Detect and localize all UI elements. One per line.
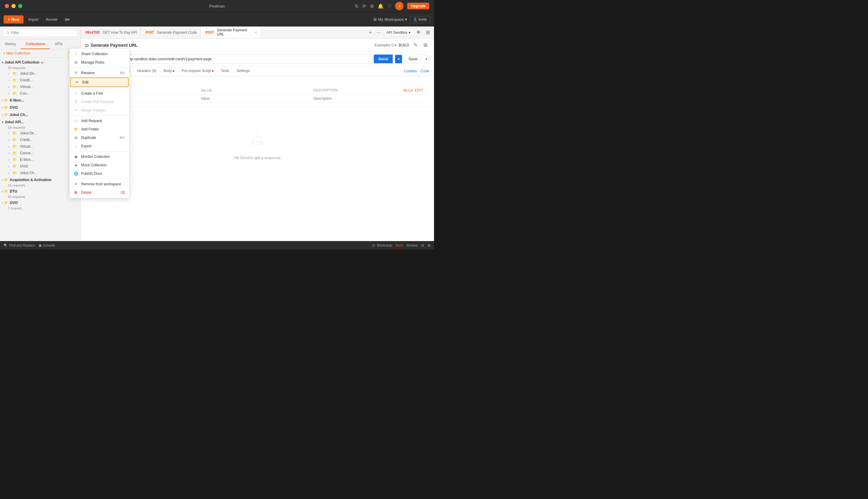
console-button[interactable]: ▣ Console (39, 243, 55, 247)
workspace-selector[interactable]: ⊞ My Workspace ▾ (374, 17, 407, 22)
heart-icon[interactable]: ♡ (387, 3, 391, 9)
menu-item-manage-roles[interactable]: ⚙ Manage Roles (70, 58, 129, 66)
collection-jokul-api[interactable]: ▾ Jokul API Collection ★ (0, 59, 81, 66)
sidebar-item-credit-2[interactable]: › 📁 Credit... (0, 136, 81, 143)
examples-button[interactable]: Examples 0 ▾ (375, 43, 396, 47)
notifications-icon[interactable]: 🔔 (378, 3, 384, 9)
invite-button[interactable]: 👤 Invite (409, 16, 430, 23)
sidebar-item-emon-2[interactable]: › 📁 E-Mon... (0, 156, 81, 163)
save-dropdown-button[interactable]: ▾ (424, 55, 429, 63)
sidebar-item-credit[interactable]: › 📁 Credit... (0, 77, 81, 84)
more-params-icon[interactable]: ··· (424, 88, 427, 92)
menu-item-rename[interactable]: ✎ Rename ⌘E (70, 69, 129, 77)
description-cell[interactable] (311, 95, 429, 103)
menu-item-edit[interactable]: ✏ Edit (70, 77, 129, 87)
menu-item-merge[interactable]: ⇔ Merge changes (70, 106, 129, 114)
value-cell[interactable] (198, 95, 311, 103)
menu-item-publish-docs[interactable]: 🌐 Publish Docs (70, 169, 129, 178)
tab-headers[interactable]: Headers (9) (134, 66, 160, 76)
folder-icon: 📁 (12, 78, 17, 82)
menu-item-share[interactable]: ↑ Share Collection (70, 50, 129, 58)
satellite-icon[interactable]: ⟳ (362, 3, 366, 9)
tab-generate-payment-code[interactable]: POST Generate Payment Code (141, 26, 201, 38)
env-more-button[interactable]: ⊞ (424, 29, 431, 36)
collection-acquisition[interactable]: › 📁 Acquisition & Activation (0, 176, 81, 183)
tab-tests[interactable]: Tests (217, 66, 233, 76)
minimize-window-btn[interactable] (11, 4, 16, 8)
send-button[interactable]: Send (374, 54, 393, 63)
menu-item-add-folder[interactable]: 📁 Add Folder (70, 125, 129, 133)
menu-item-add-request[interactable]: □ Add Request (70, 117, 129, 125)
folder-icon: 📁 (4, 178, 9, 182)
layout-toggle-1[interactable]: ⊟ (421, 243, 424, 247)
sidebar-item-jokul-ch-2[interactable]: › 📁 Jokul Ch... (0, 170, 81, 176)
search-input[interactable] (3, 29, 77, 37)
build-button[interactable]: BUILD (399, 43, 409, 47)
import-button[interactable]: Import (26, 16, 41, 23)
tab-generate-payment-url[interactable]: POST Generate Payment URL ✕ (201, 26, 261, 38)
menu-item-delete[interactable]: 🗑 Delete ⌫ (70, 188, 129, 197)
save-button[interactable]: Save (404, 54, 421, 64)
collection-emon[interactable]: › 📁 E-Mon... (0, 97, 81, 104)
new-collection-button[interactable]: + New Collection (3, 51, 30, 56)
params-table: KEY VALUE DESCRIPTION ··· Bulk Edit (86, 86, 429, 103)
chevron-right-icon: › (9, 92, 9, 95)
close-window-btn[interactable] (5, 4, 9, 8)
sidebar-item-conve[interactable]: › 📁 Conve... (0, 150, 81, 156)
runner-button[interactable]: Runner (44, 16, 60, 23)
menu-item-mock[interactable]: ◈ Mock Collection (70, 161, 129, 169)
sidebar-item-jokul-dir-2[interactable]: › 📁 Jokul Dir... (0, 130, 81, 136)
menu-item-remove[interactable]: ✕ Remove from workspace (70, 180, 129, 188)
menu-item-duplicate[interactable]: ⧉ Duplicate ⌘D (70, 133, 129, 142)
sidebar-item-con[interactable]: › 📁 Con... (0, 90, 81, 97)
sidebar-tab-history[interactable]: History (0, 39, 21, 49)
settings-icon[interactable]: ⚙ (370, 3, 374, 9)
url-input[interactable] (112, 54, 371, 64)
sidebar-item-jokul-dir[interactable]: › 📁 Jokul Dir... (0, 70, 81, 77)
sidebar-tab-apis[interactable]: APIs (50, 39, 67, 49)
new-button[interactable]: + New (4, 15, 24, 24)
tab-body[interactable]: Body (160, 66, 178, 76)
tab-pre-request[interactable]: Pre-request Script (178, 66, 217, 76)
collection-ovo[interactable]: › 📁 OVO (0, 104, 81, 111)
layout-button[interactable]: ⊞▾ (62, 16, 72, 23)
workspace-grid-icon: ⊞ (374, 17, 377, 22)
layout-toggle-2[interactable]: ⊞ (428, 243, 430, 247)
collection-ovo-2[interactable]: › 📁 OVO (0, 199, 81, 206)
upgrade-button[interactable]: Upgrade (407, 3, 429, 9)
send-dropdown-button[interactable]: ▾ (395, 55, 402, 63)
tab-how-to-pay[interactable]: DELETED GET How To Pay API (81, 26, 141, 38)
bulk-edit-button[interactable]: Bulk Edit (404, 88, 424, 93)
browse-status-label[interactable]: Browse (406, 243, 418, 247)
menu-item-pull-request[interactable]: ⇅ Create Pull Request (70, 98, 129, 106)
env-selector[interactable]: API Sandbox ▾ (384, 29, 413, 36)
post-badge: POST (144, 31, 155, 34)
edit-request-button[interactable]: ✎ (412, 41, 419, 49)
collection-dtu[interactable]: › 📁 DTU (0, 188, 81, 195)
code-link[interactable]: Code (420, 69, 429, 73)
value-input[interactable] (201, 96, 309, 101)
tab-settings[interactable]: Settings (233, 66, 253, 76)
menu-item-fork[interactable]: ⑂ Create a Fork (70, 89, 129, 98)
add-tab-button[interactable]: + (367, 29, 374, 36)
sidebar-tab-collections[interactable]: Collections (21, 39, 50, 49)
collection-jokul-api-2[interactable]: ▾ Jokul API... (0, 119, 81, 126)
person-icon: 👤 (413, 17, 417, 22)
sidebar-item-virtual-2[interactable]: › 📁 Virtual... (0, 143, 81, 150)
sidebar-item-ovo-2[interactable]: › 📁 OVO (0, 163, 81, 170)
avatar[interactable]: J (395, 2, 404, 10)
collection-jokul-ch[interactable]: › 📁 Jokul Ch... (0, 111, 81, 119)
description-input[interactable] (314, 96, 427, 101)
find-replace-button[interactable]: 🔍 Find and Replace (4, 243, 35, 247)
menu-item-export[interactable]: ↓ Export (70, 142, 129, 150)
cookies-link[interactable]: Cookies (404, 69, 417, 73)
tab-close-button[interactable]: ✕ (255, 31, 257, 34)
sync-icon[interactable]: ↻ (355, 3, 359, 9)
maximize-request-button[interactable]: ⊞ (421, 41, 429, 49)
more-tabs-button[interactable]: ··· (375, 29, 382, 36)
sidebar-item-virtual[interactable]: › 📁 Virtual... (0, 84, 81, 90)
menu-item-monitor[interactable]: ◉ Monitor Collection (70, 153, 129, 161)
maximize-window-btn[interactable] (18, 4, 22, 8)
env-settings-button[interactable]: 👁 (414, 29, 423, 36)
build-status-label[interactable]: Build (396, 243, 403, 247)
